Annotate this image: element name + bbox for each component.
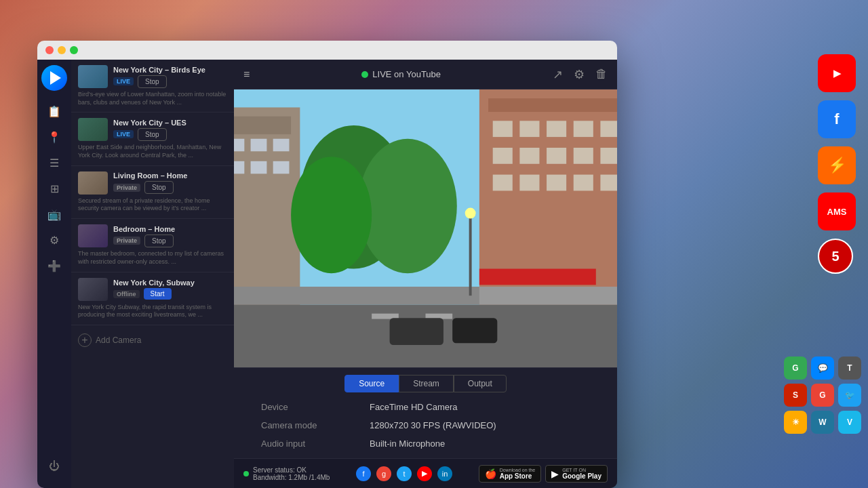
camera-item-bedroom[interactable]: Bedroom – Home Private Stop The master b… [71, 219, 234, 272]
sidebar-nav-book[interactable]: 📋 [43, 100, 65, 122]
app-store-label: App Store [500, 472, 536, 480]
server-status: Server status: OK Bandwidth: 1.2Mb /1.4M… [243, 466, 330, 481]
app-logo[interactable] [41, 65, 67, 91]
tab-source[interactable]: Source [344, 375, 399, 392]
svg-rect-17 [600, 121, 617, 137]
sidebar-nav-settings[interactable]: ⚙ [43, 229, 65, 251]
social-youtube[interactable]: ▶ [417, 466, 432, 481]
google-play-icon: ▶ [551, 468, 559, 479]
svg-rect-35 [390, 318, 443, 345]
youtube-desktop-icon[interactable]: ▶ [818, 54, 856, 92]
small-icon-s[interactable]: S [784, 384, 807, 407]
small-icon-v[interactable]: V [838, 411, 861, 434]
audio-input-value: Built-in Microphone [370, 439, 445, 449]
camera-item-nyc-birds-eye[interactable]: New York City – Birds Eye LIVE Stop Bird… [71, 60, 234, 113]
svg-rect-2 [234, 117, 291, 134]
ams-desktop-icon[interactable]: AMS [818, 192, 856, 230]
camera-name-4: Bedroom – Home [113, 225, 227, 233]
small-icon-wp[interactable]: W [811, 411, 834, 434]
source-row-camera-mode: Camera mode 868x488 30 FPS (RAWVIDEO) [261, 420, 590, 430]
settings-icon[interactable]: ⚙ [574, 67, 585, 82]
small-desktop-icons: G 💬 T S G 🐦 ☀ W V [784, 357, 861, 434]
video-scene [234, 89, 617, 367]
camera-item-living-room[interactable]: Living Room – Home Private Stop Secured … [71, 166, 234, 219]
facebook-desktop-icon[interactable]: f [818, 100, 856, 138]
small-icon-g2[interactable]: G [811, 384, 834, 407]
tab-output[interactable]: Output [454, 375, 507, 392]
camera-name-1: New York City – Birds Eye [113, 66, 227, 74]
top-bar: ≡ LIVE on YouTube ↗ ⚙ 🗑 [234, 60, 617, 89]
svg-point-30 [358, 139, 456, 273]
svg-rect-14 [519, 121, 539, 137]
add-camera-button[interactable]: + Add Camera [71, 325, 234, 355]
play-icon [50, 71, 61, 85]
small-icon-sun[interactable]: ☀ [784, 411, 807, 434]
svg-rect-38 [479, 287, 617, 304]
top-bar-actions: ↗ ⚙ 🗑 [553, 67, 608, 82]
lightning-desktop-icon[interactable]: ⚡ [818, 146, 856, 184]
sidebar-nav-plus[interactable]: ➕ [43, 255, 65, 277]
app-body: 📋 📍 ☰ ⊞ 📺 ⚙ ➕ ⏻ New York City – Birds Ey… [37, 60, 617, 488]
small-icon-chat[interactable]: 💬 [811, 357, 834, 380]
title-bar [37, 41, 617, 60]
footer-social: f g t ▶ in [356, 466, 452, 481]
sidebar-nav: 📋 📍 ☰ ⊞ 📺 ⚙ ➕ ⏻ [37, 60, 71, 488]
maximize-button[interactable] [70, 46, 78, 54]
camera-stop-button-2[interactable]: Stop [138, 128, 167, 141]
camera-thumb-3 [78, 171, 108, 195]
camera-desc-5: New York City Subway, the rapid transit … [78, 304, 227, 319]
main-content: ≡ LIVE on YouTube ↗ ⚙ 🗑 [234, 60, 617, 488]
camera-thumb-5 [78, 278, 108, 301]
menu-icon[interactable]: ≡ [243, 68, 250, 81]
google-play-badge[interactable]: ▶ GET IT ON Google Play [545, 465, 608, 483]
social-google[interactable]: g [376, 466, 391, 481]
camera-status-3: Private [113, 184, 140, 192]
app-store-badge[interactable]: 🍎 Download on the App Store [479, 465, 542, 483]
panel-tabs: Source Stream Output [234, 368, 617, 392]
add-circle-icon: + [78, 333, 92, 347]
camera-stop-button-4[interactable]: Stop [144, 235, 174, 247]
apple-icon: 🍎 [485, 468, 496, 479]
camera-start-button-5[interactable]: Start [144, 288, 172, 300]
video-preview [234, 89, 617, 367]
small-icon-g[interactable]: G [784, 357, 807, 380]
sidebar-nav-list[interactable]: ☰ [43, 152, 65, 174]
camera-mode-value: 868x488 30 FPS (RAWVIDEO) [370, 420, 496, 430]
tab-stream[interactable]: Stream [399, 375, 454, 392]
small-icon-t[interactable]: T [838, 357, 861, 380]
svg-point-40 [465, 208, 476, 219]
svg-rect-23 [493, 175, 513, 191]
camera-stop-button-3[interactable]: Stop [144, 181, 174, 194]
social-linkedin[interactable]: in [437, 466, 452, 481]
minimize-button[interactable] [58, 46, 66, 54]
footer: Server status: OK Bandwidth: 1.2Mb /1.4M… [234, 458, 617, 488]
close-button[interactable] [45, 46, 54, 54]
svg-rect-21 [574, 148, 593, 164]
svg-rect-6 [273, 139, 290, 152]
5-desktop-icon[interactable]: 5 [818, 239, 853, 274]
camera-item-subway[interactable]: New York City, Subway Offline Start New … [71, 272, 234, 325]
camera-stop-button-1[interactable]: Stop [138, 75, 167, 88]
social-facebook[interactable]: f [356, 466, 371, 481]
delete-icon[interactable]: 🗑 [595, 67, 608, 82]
share-icon[interactable]: ↗ [553, 67, 563, 82]
sidebar-power-button[interactable]: ⏻ [43, 455, 65, 477]
live-text: LIVE on YouTube [372, 69, 441, 79]
social-twitter[interactable]: t [397, 466, 412, 481]
camera-name-2: New York City – UES [113, 119, 227, 127]
camera-item-nyc-ues[interactable]: New York City – UES LIVE Stop Upper East… [71, 113, 234, 165]
svg-rect-36 [452, 318, 497, 343]
camera-desc-1: Bird's-eye view of Lower Manhattan, zoom… [78, 91, 227, 106]
sidebar-nav-grid[interactable]: ⊞ [43, 178, 65, 199]
sidebar-nav-location[interactable]: 📍 [43, 126, 65, 148]
bandwidth-text: Bandwidth: 1.2Mb /1.4Mb [253, 474, 330, 481]
live-indicator: LIVE on YouTube [361, 69, 441, 79]
camera-status-4: Private [113, 237, 140, 245]
sidebar-nav-monitor[interactable]: 📺 [43, 203, 65, 225]
svg-rect-5 [251, 139, 267, 152]
small-icon-tw[interactable]: 🐦 [838, 384, 861, 407]
camera-name-5: New York City, Subway [113, 279, 227, 287]
camera-list: New York City – Birds Eye LIVE Stop Bird… [71, 60, 234, 488]
app-window: 📋 📍 ☰ ⊞ 📺 ⚙ ➕ ⏻ New York City – Birds Ey… [37, 41, 617, 488]
app-store-sub: Download on the [500, 468, 536, 472]
